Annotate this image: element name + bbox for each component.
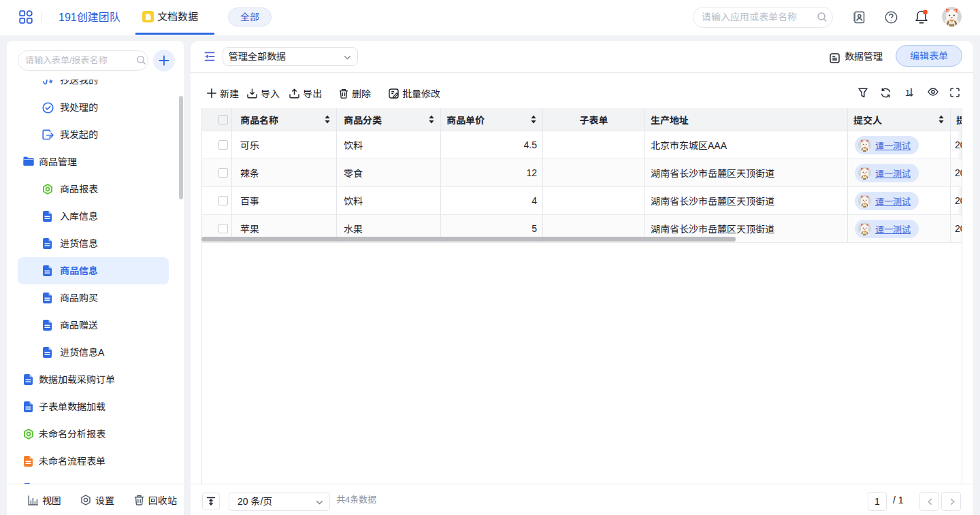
svg-text:1: 1: [905, 88, 910, 98]
